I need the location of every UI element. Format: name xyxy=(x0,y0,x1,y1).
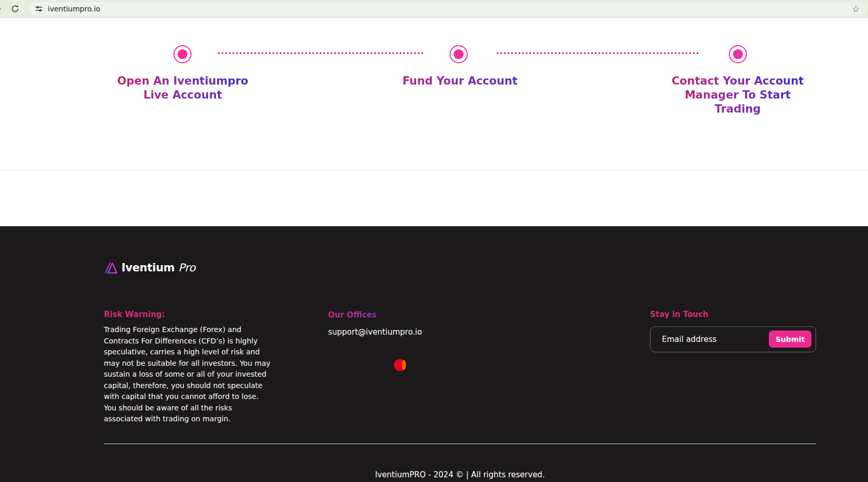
iventiumpro-logo-icon xyxy=(104,261,118,274)
step-2-dot xyxy=(454,49,464,59)
forward-arrow-icon[interactable] xyxy=(0,5,2,12)
step-2-bullet-icon xyxy=(450,45,468,63)
site-settings-icon[interactable] xyxy=(35,5,43,12)
bookmark-star-icon[interactable]: ☆ xyxy=(852,5,860,13)
newsletter-form: Submit xyxy=(650,326,816,352)
submit-button[interactable]: Submit xyxy=(769,330,811,348)
offices-heading: Our Offices xyxy=(328,310,377,320)
step-3-title: Contact Your Account Manager To Start Tr… xyxy=(670,74,805,116)
step-3-bullet-icon xyxy=(729,45,747,63)
support-email: support@iventiumpro.io xyxy=(328,327,422,337)
stay-in-touch-column: Stay in Touch Submit xyxy=(650,310,816,352)
step-1-title: Open An Iventiumpro Live Account xyxy=(115,74,250,102)
step-connector-line xyxy=(497,52,700,54)
payment-methods-strip: VISA B bitcoin mastercard WIRE TRANSFER … xyxy=(0,170,868,226)
offices-column: Our Offices support@iventiumpro.io xyxy=(328,310,422,337)
risk-warning-body: Trading Foreign Exchange (Forex) and Con… xyxy=(104,324,280,425)
step-1-bullet-icon xyxy=(173,45,192,63)
footer-brand: IventiumPro xyxy=(104,260,816,274)
url-bar[interactable]: iventiumpro.io ☆ xyxy=(29,2,866,16)
reload-icon[interactable] xyxy=(10,4,20,13)
steps-section: Open An Iventiumpro Live Account Fund Yo… xyxy=(0,18,868,170)
step-connector-line xyxy=(218,52,424,54)
url-text[interactable]: iventiumpro.io xyxy=(48,5,852,13)
copyright-text: IventiumPRO - 2024 © | All rights reserv… xyxy=(104,470,816,479)
footer-divider xyxy=(104,444,816,444)
step-3-dot xyxy=(733,49,743,59)
brand-name: Iventium xyxy=(121,261,174,274)
brand-suffix: Pro xyxy=(178,261,195,274)
risk-warning-heading: Risk Warning: xyxy=(104,310,280,319)
footer: IventiumPro Risk Warning: Trading Foreig… xyxy=(0,226,868,482)
step-1-dot xyxy=(178,49,187,59)
risk-warning-column: Risk Warning: Trading Foreign Exchange (… xyxy=(104,310,280,425)
browser-toolbar: iventiumpro.io ☆ xyxy=(0,0,868,18)
step-2-title: Fund Your Account xyxy=(377,74,543,88)
stay-in-touch-heading: Stay in Touch xyxy=(650,310,816,319)
